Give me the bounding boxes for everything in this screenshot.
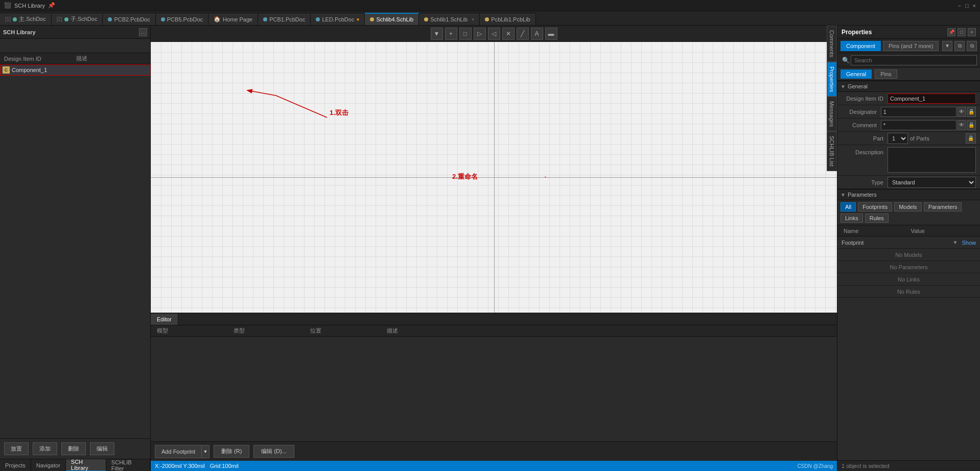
pin-icon[interactable]: 📌 [48, 2, 55, 9]
grid-canvas: 1.双击 2.重命名 [151, 42, 837, 313]
properties-pin-btn[interactable]: 📌 [947, 28, 955, 36]
tab-pcb2[interactable]: PCB2.PcbDoc [103, 13, 155, 25]
tab-label: Schlib1.SchLib [430, 16, 468, 22]
tab-schlibfilter[interactable]: SCHLIB Filter [106, 459, 150, 472]
col-description: 描述 [74, 55, 89, 62]
component-item[interactable]: C Component_1 [0, 64, 150, 76]
editor-tab-editor[interactable]: Editor [151, 314, 178, 325]
tab-schlib1[interactable]: Schlib1.SchLib × [419, 13, 480, 25]
type-select[interactable]: Standard [888, 177, 976, 188]
comment-eye-btn[interactable]: 👁 [958, 120, 966, 130]
part-select[interactable]: 1 [888, 133, 908, 144]
comment-lock-btn[interactable]: 🔒 [967, 120, 976, 130]
no-links-msg: No Links [837, 273, 980, 286]
tab-led-pcb[interactable]: LED.PcbDoc ● [311, 13, 365, 25]
edit-button[interactable]: 编辑 [90, 442, 114, 455]
grid-info: Grid:100mil [210, 463, 239, 469]
right-panel-title: Properties [842, 29, 872, 36]
add-button[interactable]: 添加 [33, 442, 57, 455]
general-section-header[interactable]: ▼ General [837, 81, 980, 92]
tab-pins[interactable]: Pins (and 7 more) [883, 41, 939, 51]
footprint-row: Footprint ▼ Show [837, 237, 980, 249]
copy-icon[interactable]: ⧉ [954, 41, 965, 51]
left-panel: SCH Library … Design Item ID 描述 C Compon… [0, 26, 151, 471]
tab-schlib4[interactable]: Schlib4.SchLib [365, 13, 419, 25]
tab-general[interactable]: General [841, 69, 872, 79]
title-bar: ⬛ SCH Library 📌 − □ × [0, 0, 980, 11]
right-panel: Properties 📌 □ × Component Pins (and 7 m… [837, 26, 980, 471]
panel-options-btn[interactable]: … [139, 28, 147, 36]
search-input[interactable] [851, 55, 977, 65]
no-rules-msg: No Rules [837, 286, 980, 298]
input-designator[interactable] [881, 107, 956, 117]
filter-parameters-btn[interactable]: Parameters [924, 202, 962, 211]
editor-toolbar: ▼ + □ ▷ ◁ ✕ ╱ A ▬ [151, 26, 837, 42]
tool-line[interactable]: ╱ [517, 28, 529, 40]
minimize-btn[interactable]: − [958, 3, 961, 9]
param-filter-btns: All Footprints Models Parameters Links R… [837, 200, 980, 225]
filter-links-btn[interactable]: Links [841, 214, 863, 223]
parameters-section-header[interactable]: ▼ Parameters [837, 189, 980, 200]
tab-component[interactable]: Component [841, 41, 881, 51]
filter-models-btn[interactable]: Models [894, 202, 921, 211]
tab-navigator[interactable]: Navigator [31, 459, 66, 472]
delete-button[interactable]: 删除 [61, 442, 86, 455]
vtab-comments[interactable]: Comments [827, 26, 837, 62]
canvas-area[interactable]: 1.双击 2.重命名 [151, 42, 837, 313]
tab-pcb5[interactable]: PCB5.PcbDoc [156, 13, 208, 25]
paste-icon[interactable]: ⧉ [967, 41, 977, 51]
filter-icon[interactable]: ▼ [942, 41, 952, 51]
tab-pcb1[interactable]: PCB1.PcbDoc [258, 13, 311, 25]
part-lock-btn[interactable]: 🔒 [966, 133, 976, 144]
no-models-msg: No Models [837, 249, 980, 261]
tab-main-sch[interactable]: [1] 主.SchDoc [0, 13, 52, 25]
tab-projects[interactable]: Projects [0, 459, 31, 472]
filter-rules-btn[interactable]: Rules [865, 214, 889, 223]
tab-index: [1] [5, 16, 11, 22]
add-footprint-button[interactable]: Add Footprint [155, 445, 201, 458]
tool-add[interactable]: + [445, 28, 457, 40]
tool-arrow-right[interactable]: ▷ [474, 28, 486, 40]
properties-close-btn[interactable]: × [968, 28, 976, 36]
input-design-item-id[interactable] [888, 93, 976, 104]
left-panel-toolbar [0, 39, 150, 53]
footprint-arrow-icon[interactable]: ▼ [953, 240, 958, 245]
add-footprint-dropdown[interactable]: ▼ [201, 445, 209, 458]
edit-model-button[interactable]: 编辑 (D)... [253, 445, 294, 458]
tool-text[interactable]: A [531, 28, 543, 40]
footprint-show-link[interactable]: Show [962, 240, 976, 246]
tool-filter[interactable]: ▼ [431, 28, 443, 40]
section-collapse-icon: ▼ [841, 84, 846, 89]
rpanel-sub-tabs: General Pins [837, 67, 980, 81]
right-panel-main-tabs: Component Pins (and 7 more) ▼ ⧉ ⧉ [837, 39, 980, 53]
tool-cross[interactable]: ✕ [502, 28, 515, 40]
input-description[interactable] [888, 147, 976, 173]
designator-lock-btn[interactable]: 🔒 [967, 107, 976, 117]
tab-sub-sch[interactable]: [2] 子.SchDoc [52, 13, 103, 25]
filter-footprints-btn[interactable]: Footprints [858, 202, 892, 211]
status-bar: X:-2000mil Y:300mil Grid:100mil CSDN @Zh… [151, 461, 837, 471]
tool-arrow-left[interactable]: ◁ [488, 28, 500, 40]
tab-homepage[interactable]: 🏠 Home Page [208, 13, 258, 25]
vtab-schlib-list[interactable]: SCHLIB List [827, 131, 837, 171]
vtab-properties[interactable]: Properties [827, 62, 837, 97]
tool-bar[interactable]: ▬ [545, 28, 557, 40]
filter-all-btn[interactable]: All [841, 202, 856, 211]
tool-rect[interactable]: □ [459, 28, 472, 40]
editor-col-headers: 模型 类型 位置 描述 [151, 325, 837, 337]
close-btn[interactable]: × [973, 3, 976, 9]
tab-dot [108, 17, 112, 21]
designator-eye-btn[interactable]: 👁 [958, 107, 966, 117]
component-name: Component_1 [12, 67, 47, 73]
delete-model-button[interactable]: 删除 (R) [214, 445, 249, 458]
close-icon[interactable]: × [472, 17, 474, 22]
tab-pcblib1[interactable]: PcbLib1.PcbLib [480, 13, 535, 25]
input-comment[interactable] [881, 120, 956, 130]
label-design-item-id: Design Item ID [842, 96, 888, 102]
place-button[interactable]: 放置 [4, 442, 29, 455]
vtab-messages[interactable]: Messages [827, 97, 837, 131]
tab-pins2[interactable]: Pins [875, 69, 897, 79]
properties-expand-btn[interactable]: □ [958, 28, 966, 36]
tab-schlib-bottom[interactable]: SCH Library [66, 459, 106, 472]
maximize-btn[interactable]: □ [965, 3, 969, 9]
